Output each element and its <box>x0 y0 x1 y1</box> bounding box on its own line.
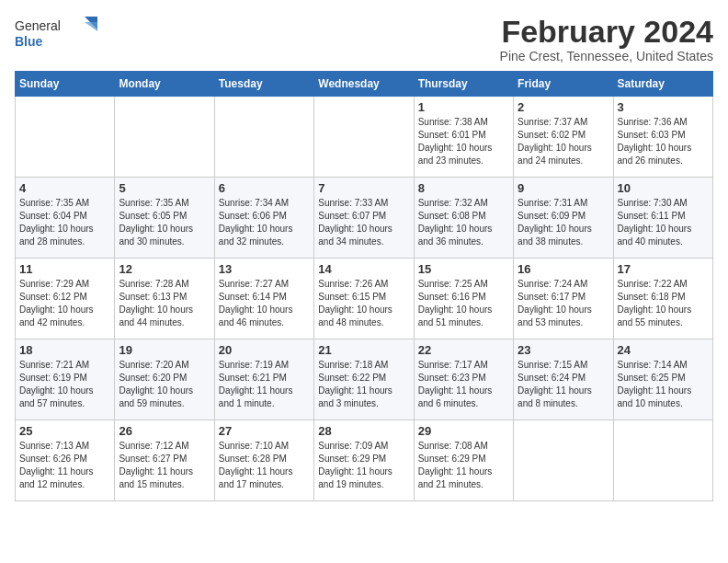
day-info: Sunrise: 7:15 AM Sunset: 6:24 PM Dayligh… <box>518 359 609 410</box>
day-number: 3 <box>618 100 709 114</box>
day-number: 9 <box>518 181 609 195</box>
logo-icon: General Blue <box>15 15 97 55</box>
svg-marker-3 <box>85 22 97 31</box>
day-number: 12 <box>119 262 210 276</box>
day-info: Sunrise: 7:33 AM Sunset: 6:07 PM Dayligh… <box>318 197 409 248</box>
calendar-cell: 5Sunrise: 7:35 AM Sunset: 6:05 PM Daylig… <box>115 178 214 259</box>
week-row-3: 11Sunrise: 7:29 AM Sunset: 6:12 PM Dayli… <box>16 259 713 339</box>
calendar-cell: 20Sunrise: 7:19 AM Sunset: 6:21 PM Dayli… <box>214 339 313 420</box>
day-number: 22 <box>418 343 509 357</box>
main-title: February 2024 <box>500 15 713 49</box>
day-info: Sunrise: 7:19 AM Sunset: 6:21 PM Dayligh… <box>219 359 310 410</box>
calendar-cell: 26Sunrise: 7:12 AM Sunset: 6:27 PM Dayli… <box>115 420 214 501</box>
day-info: Sunrise: 7:36 AM Sunset: 6:03 PM Dayligh… <box>618 116 709 167</box>
svg-text:Blue: Blue <box>15 34 43 49</box>
day-number: 6 <box>219 181 310 195</box>
day-number: 10 <box>618 181 709 195</box>
day-info: Sunrise: 7:08 AM Sunset: 6:29 PM Dayligh… <box>418 440 509 491</box>
day-info: Sunrise: 7:27 AM Sunset: 6:14 PM Dayligh… <box>219 278 310 329</box>
calendar-cell: 1Sunrise: 7:38 AM Sunset: 6:01 PM Daylig… <box>414 97 513 178</box>
calendar-cell: 21Sunrise: 7:18 AM Sunset: 6:22 PM Dayli… <box>314 339 414 420</box>
day-info: Sunrise: 7:09 AM Sunset: 6:29 PM Dayligh… <box>318 440 409 491</box>
day-number: 23 <box>518 343 609 357</box>
week-row-2: 4Sunrise: 7:35 AM Sunset: 6:04 PM Daylig… <box>16 178 713 259</box>
week-row-1: 1Sunrise: 7:38 AM Sunset: 6:01 PM Daylig… <box>16 97 713 178</box>
day-info: Sunrise: 7:32 AM Sunset: 6:08 PM Dayligh… <box>418 197 509 248</box>
day-info: Sunrise: 7:10 AM Sunset: 6:28 PM Dayligh… <box>219 440 310 491</box>
day-number: 26 <box>119 424 210 438</box>
day-number: 20 <box>219 343 310 357</box>
day-info: Sunrise: 7:12 AM Sunset: 6:27 PM Dayligh… <box>119 440 210 491</box>
weekday-header-tuesday: Tuesday <box>214 72 313 97</box>
day-number: 2 <box>518 100 609 114</box>
calendar-cell: 15Sunrise: 7:25 AM Sunset: 6:16 PM Dayli… <box>414 259 513 339</box>
calendar-cell: 18Sunrise: 7:21 AM Sunset: 6:19 PM Dayli… <box>16 339 115 420</box>
calendar-cell: 25Sunrise: 7:13 AM Sunset: 6:26 PM Dayli… <box>16 420 115 501</box>
day-info: Sunrise: 7:38 AM Sunset: 6:01 PM Dayligh… <box>418 116 509 167</box>
calendar-cell: 10Sunrise: 7:30 AM Sunset: 6:11 PM Dayli… <box>613 178 712 259</box>
day-info: Sunrise: 7:20 AM Sunset: 6:20 PM Dayligh… <box>119 359 210 410</box>
calendar-cell: 22Sunrise: 7:17 AM Sunset: 6:23 PM Dayli… <box>414 339 513 420</box>
calendar-cell: 8Sunrise: 7:32 AM Sunset: 6:08 PM Daylig… <box>414 178 513 259</box>
calendar-cell: 13Sunrise: 7:27 AM Sunset: 6:14 PM Dayli… <box>214 259 313 339</box>
day-number: 5 <box>119 181 210 195</box>
weekday-header-monday: Monday <box>115 72 214 97</box>
day-info: Sunrise: 7:13 AM Sunset: 6:26 PM Dayligh… <box>19 440 110 491</box>
day-number: 1 <box>418 100 509 114</box>
day-number: 29 <box>418 424 509 438</box>
calendar-cell: 16Sunrise: 7:24 AM Sunset: 6:17 PM Dayli… <box>514 259 613 339</box>
day-number: 21 <box>318 343 409 357</box>
day-number: 16 <box>518 262 609 276</box>
day-info: Sunrise: 7:24 AM Sunset: 6:17 PM Dayligh… <box>518 278 609 329</box>
day-info: Sunrise: 7:25 AM Sunset: 6:16 PM Dayligh… <box>418 278 509 329</box>
day-info: Sunrise: 7:17 AM Sunset: 6:23 PM Dayligh… <box>418 359 509 410</box>
calendar-cell <box>314 97 414 178</box>
day-number: 13 <box>219 262 310 276</box>
calendar-cell: 4Sunrise: 7:35 AM Sunset: 6:04 PM Daylig… <box>16 178 115 259</box>
calendar-cell: 9Sunrise: 7:31 AM Sunset: 6:09 PM Daylig… <box>514 178 613 259</box>
calendar-cell: 14Sunrise: 7:26 AM Sunset: 6:15 PM Dayli… <box>314 259 414 339</box>
weekday-header-wednesday: Wednesday <box>314 72 414 97</box>
day-info: Sunrise: 7:26 AM Sunset: 6:15 PM Dayligh… <box>318 278 409 329</box>
calendar-cell <box>115 97 214 178</box>
day-number: 7 <box>318 181 409 195</box>
day-info: Sunrise: 7:34 AM Sunset: 6:06 PM Dayligh… <box>219 197 310 248</box>
day-info: Sunrise: 7:37 AM Sunset: 6:02 PM Dayligh… <box>518 116 609 167</box>
day-number: 15 <box>418 262 509 276</box>
calendar-cell: 28Sunrise: 7:09 AM Sunset: 6:29 PM Dayli… <box>314 420 414 501</box>
week-row-5: 25Sunrise: 7:13 AM Sunset: 6:26 PM Dayli… <box>16 420 713 501</box>
calendar-cell: 29Sunrise: 7:08 AM Sunset: 6:29 PM Dayli… <box>414 420 513 501</box>
day-number: 19 <box>119 343 210 357</box>
calendar-cell: 11Sunrise: 7:29 AM Sunset: 6:12 PM Dayli… <box>16 259 115 339</box>
day-number: 24 <box>618 343 709 357</box>
calendar-cell <box>514 420 613 501</box>
calendar-cell: 3Sunrise: 7:36 AM Sunset: 6:03 PM Daylig… <box>613 97 712 178</box>
calendar-cell <box>613 420 712 501</box>
day-info: Sunrise: 7:22 AM Sunset: 6:18 PM Dayligh… <box>618 278 709 329</box>
day-info: Sunrise: 7:35 AM Sunset: 6:05 PM Dayligh… <box>119 197 210 248</box>
day-info: Sunrise: 7:28 AM Sunset: 6:13 PM Dayligh… <box>119 278 210 329</box>
day-number: 11 <box>19 262 110 276</box>
calendar-cell: 12Sunrise: 7:28 AM Sunset: 6:13 PM Dayli… <box>115 259 214 339</box>
day-info: Sunrise: 7:18 AM Sunset: 6:22 PM Dayligh… <box>318 359 409 410</box>
weekday-header-thursday: Thursday <box>414 72 513 97</box>
day-number: 25 <box>19 424 110 438</box>
day-info: Sunrise: 7:29 AM Sunset: 6:12 PM Dayligh… <box>19 278 110 329</box>
day-number: 4 <box>19 181 110 195</box>
week-row-4: 18Sunrise: 7:21 AM Sunset: 6:19 PM Dayli… <box>16 339 713 420</box>
calendar-cell: 7Sunrise: 7:33 AM Sunset: 6:07 PM Daylig… <box>314 178 414 259</box>
calendar-cell: 6Sunrise: 7:34 AM Sunset: 6:06 PM Daylig… <box>214 178 313 259</box>
calendar-cell: 2Sunrise: 7:37 AM Sunset: 6:02 PM Daylig… <box>514 97 613 178</box>
calendar-cell: 17Sunrise: 7:22 AM Sunset: 6:18 PM Dayli… <box>613 259 712 339</box>
title-section: February 2024 Pine Crest, Tennessee, Uni… <box>500 15 713 63</box>
day-number: 14 <box>318 262 409 276</box>
day-info: Sunrise: 7:14 AM Sunset: 6:25 PM Dayligh… <box>618 359 709 410</box>
weekday-header-friday: Friday <box>514 72 613 97</box>
day-number: 17 <box>618 262 709 276</box>
day-number: 8 <box>418 181 509 195</box>
day-number: 28 <box>318 424 409 438</box>
subtitle: Pine Crest, Tennessee, United States <box>500 49 713 63</box>
calendar-table: SundayMondayTuesdayWednesdayThursdayFrid… <box>15 71 713 501</box>
weekday-header-sunday: Sunday <box>16 72 115 97</box>
day-info: Sunrise: 7:31 AM Sunset: 6:09 PM Dayligh… <box>518 197 609 248</box>
